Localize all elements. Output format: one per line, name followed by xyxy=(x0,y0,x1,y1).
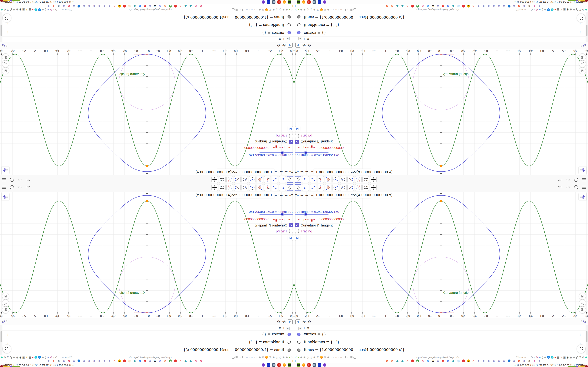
bookmark-favicon[interactable]: G xyxy=(405,4,410,8)
graphics-stylebar-toggle[interactable] xyxy=(1,167,9,174)
taskbar-app-firefox[interactable] xyxy=(302,0,305,4)
browser-action-icon[interactable]: ◉ xyxy=(16,8,18,11)
browser-action-icon[interactable]: ▯ xyxy=(542,8,543,11)
algebra-row[interactable]: funcs = {1.000000000000 + cos(4.00000000… xyxy=(294,346,588,354)
bookmark-favicon[interactable]: G xyxy=(137,4,142,8)
bookmark-favicon[interactable]: G xyxy=(178,359,183,363)
bookmark-favicon[interactable]: ✿ xyxy=(46,359,51,363)
bookmark-favicon[interactable]: ✿ xyxy=(71,4,77,8)
bookmark-favicon[interactable]: ✦ xyxy=(506,4,511,8)
browser-action-icon[interactable]: A xyxy=(65,8,67,11)
collapse-group-button[interactable]: − xyxy=(286,327,290,330)
browser-action-icon[interactable]: ↻ xyxy=(55,8,57,11)
scrollbar-thumb[interactable] xyxy=(0,331,2,342)
polygon-tool-button[interactable] xyxy=(325,176,331,183)
move-tool-button[interactable] xyxy=(287,184,293,191)
curvature-tangent-checkbox[interactable]: ✓ xyxy=(295,223,299,227)
browser-action-icon[interactable]: ▞ xyxy=(10,356,12,359)
home-button[interactable] xyxy=(579,67,586,74)
algebra-row[interactable]: funcs = {1.000000000000 + cos(4.00000000… xyxy=(0,13,294,21)
page-zoom-level[interactable]: 81% xyxy=(68,356,72,359)
bookmark-favicon[interactable]: ✿ xyxy=(82,4,87,8)
browser-action-icon[interactable]: ✳ xyxy=(26,356,28,359)
bookmark-favicon[interactable]: G xyxy=(198,359,203,363)
taskbar-app-floppy-64[interactable]: 64 xyxy=(318,363,321,367)
bookmark-favicon[interactable]: ⚙ xyxy=(56,359,61,363)
bookmark-favicon[interactable]: ✦ xyxy=(77,359,82,363)
slider-tool-button[interactable]: a = 2 xyxy=(219,176,225,183)
bookmark-favicon[interactable]: G xyxy=(446,359,451,363)
bookmark-favicon[interactable]: ✿ xyxy=(501,359,506,363)
row-menu-icon[interactable]: ⋮ xyxy=(579,332,582,336)
redo-icon[interactable] xyxy=(566,178,571,182)
arc-position-point[interactable] xyxy=(147,54,148,55)
bookmark-favicon[interactable]: ✿ xyxy=(87,4,92,8)
bookmark-favicon[interactable]: Я xyxy=(173,359,178,363)
bookmark-favicon[interactable]: ✿ xyxy=(71,359,77,363)
visibility-toggle-circle[interactable] xyxy=(297,349,301,352)
fullscreen-button[interactable] xyxy=(3,14,11,22)
more-bookmarks-chevron[interactable]: ^ xyxy=(586,360,587,362)
browser-action-icon[interactable]: → xyxy=(58,356,61,359)
algebra-row[interactable]: curves = {}⋮ xyxy=(294,29,588,37)
angle-tool-button[interactable]: α xyxy=(234,184,241,191)
bookmark-favicon[interactable]: ✿ xyxy=(87,359,92,363)
browser-action-icon[interactable]: ⚒ xyxy=(7,356,9,359)
slider-tool-button[interactable]: a = 2 xyxy=(219,184,225,191)
taskbar-app-owl-app[interactable] xyxy=(262,363,265,367)
scrollbar-thumb[interactable] xyxy=(0,25,2,36)
search-icon[interactable] xyxy=(9,185,14,189)
bookmark-favicon[interactable]: ✿ xyxy=(82,359,87,363)
browser-action-icon[interactable]: ⇓ xyxy=(35,356,37,359)
zoom-in-button[interactable] xyxy=(579,300,586,307)
visibility-toggle-circle[interactable] xyxy=(287,341,291,344)
curvature-tangent-checkbox[interactable]: ✓ xyxy=(289,140,293,144)
visibility-toggle-circle[interactable] xyxy=(297,31,301,34)
bookmark-favicon[interactable]: Я xyxy=(122,359,127,363)
function-dropdown[interactable]: 1.000000000000 + cos(4.000000000000 x) xyxy=(217,192,274,198)
browser-action-icon[interactable]: ⚙ xyxy=(582,8,585,11)
arc-position-slider-handle[interactable] xyxy=(276,145,277,147)
bookmark-favicon[interactable]: ▲ xyxy=(117,4,122,8)
bookmark-favicon[interactable]: ⚙ xyxy=(527,4,532,8)
bookmark-favicon[interactable]: G xyxy=(158,4,163,8)
arc-length-slider-handle[interactable] xyxy=(305,151,307,154)
bookmark-favicon[interactable]: ✿ xyxy=(511,359,517,363)
arc-length-slider-track[interactable] xyxy=(259,152,293,153)
browser-action-icon[interactable]: + xyxy=(38,8,41,11)
browser-action-icon[interactable]: ⚒ xyxy=(579,356,581,359)
row-menu-icon[interactable]: ⋮ xyxy=(579,23,582,27)
bookmark-favicon[interactable]: G xyxy=(198,4,203,8)
bookmark-favicon[interactable]: ✿ xyxy=(46,4,51,8)
browser-action-icon[interactable]: ▞ xyxy=(576,8,578,11)
browser-action-icon[interactable]: ▤ xyxy=(29,356,31,359)
zoom-in-button[interactable] xyxy=(2,60,9,67)
browser-action-icon[interactable]: ↻ xyxy=(531,8,533,11)
bookmark-favicon[interactable]: ◉ xyxy=(395,4,400,8)
bookmark-favicon[interactable]: G xyxy=(163,359,168,363)
line-tool-button[interactable] xyxy=(272,184,278,191)
angle-tool-button[interactable]: α xyxy=(347,176,354,183)
bookmark-favicon[interactable]: ✦ xyxy=(77,4,82,8)
arc-position-point[interactable] xyxy=(147,312,148,314)
redo-icon[interactable] xyxy=(17,178,22,182)
bookmark-favicon[interactable]: f xyxy=(51,4,56,8)
bookmark-favicon[interactable]: ✿ xyxy=(491,359,496,363)
settings-button[interactable]: ⚙ xyxy=(307,43,312,48)
bookmark-favicon[interactable]: Я xyxy=(173,4,178,8)
more-bookmarks-chevron[interactable]: ^ xyxy=(1,5,2,7)
browser-action-icon[interactable]: A xyxy=(47,356,49,359)
function-dropdown[interactable]: 1.000000000000 + cos(4.000000000000 x) xyxy=(314,169,371,175)
more-bookmarks-chevron[interactable]: ^ xyxy=(1,360,2,362)
browser-action-icon[interactable]: ⇓ xyxy=(551,8,553,11)
bookmark-favicon[interactable]: Я xyxy=(410,4,415,8)
browser-action-icon[interactable]: ✳ xyxy=(560,8,562,11)
point-tool-button[interactable]: A xyxy=(302,184,309,191)
line-tool-button[interactable] xyxy=(272,176,278,183)
bookmark-favicon[interactable]: ◉ xyxy=(183,359,188,363)
bookmark-favicon[interactable]: ✿ xyxy=(102,359,107,363)
browser-action-icon[interactable]: ▤ xyxy=(557,8,559,11)
function-dropdown[interactable]: 1.000000000000 + cos(4.000000000000 x) xyxy=(314,192,371,198)
bookmark-favicon[interactable]: ✿ xyxy=(481,359,486,363)
more-options-button[interactable]: ⋮ xyxy=(314,319,319,324)
